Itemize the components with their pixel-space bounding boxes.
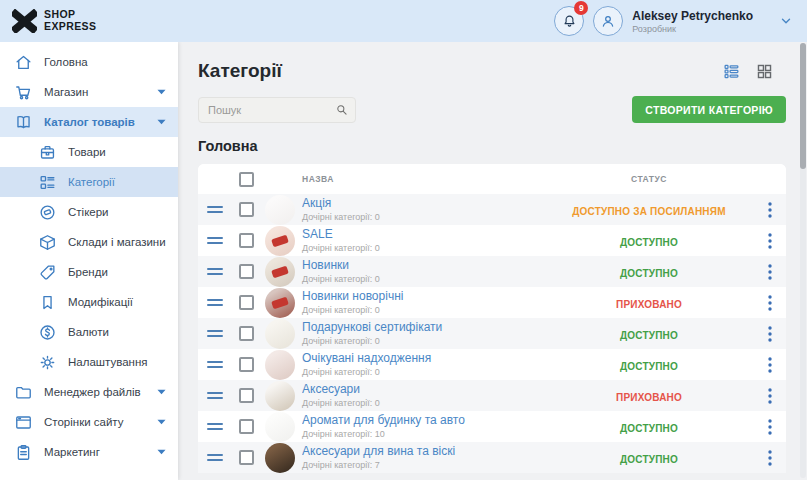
category-name-link[interactable]: Аромати для будинку та авто	[302, 414, 544, 428]
sidebar-item-site-pages[interactable]: Сторінки сайту	[0, 407, 178, 437]
category-name-link[interactable]: SALE	[302, 228, 544, 242]
row-checkbox[interactable]	[239, 357, 254, 372]
table-row: Подарункові сертифікатиДочірні категорії…	[198, 318, 786, 349]
row-checkbox[interactable]	[239, 202, 254, 217]
row-checkbox[interactable]	[239, 295, 254, 310]
sidebar-item-marketing[interactable]: Маркетинг	[0, 437, 178, 467]
category-name-link[interactable]: Очікувані надходження	[302, 352, 544, 366]
category-thumbnail	[265, 350, 295, 380]
status-badge: ПРИХОВАНО	[616, 392, 682, 403]
category-name-link[interactable]: Аксесуари	[302, 383, 544, 397]
section-title: Головна	[198, 138, 786, 154]
sidebar-item-label: Налаштування	[68, 356, 166, 368]
row-checkbox[interactable]	[239, 233, 254, 248]
table-row: АкціяДочірні категорії: 0ДОСТУПНО ЗА ПОС…	[198, 194, 786, 225]
table-row: НовинкиДочірні категорії: 0ДОСТУПНО	[198, 256, 786, 287]
chevron-down-icon	[157, 419, 166, 425]
create-category-button[interactable]: СТВОРИТИ КАТЕГОРІЮ	[632, 96, 786, 123]
grid-view-toggle[interactable]	[756, 63, 773, 80]
category-children-count: Дочірні категорії: 10	[302, 429, 544, 439]
row-checkbox[interactable]	[239, 388, 254, 403]
category-name-link[interactable]: Новинки	[302, 259, 544, 273]
chevron-down-icon	[157, 389, 166, 395]
drag-handle[interactable]	[207, 453, 223, 462]
page-scrollbar[interactable]	[800, 43, 806, 478]
row-menu-button[interactable]	[768, 264, 772, 280]
category-thumbnail	[265, 226, 295, 256]
drag-handle[interactable]	[207, 360, 223, 369]
sidebar-item-home[interactable]: Головна	[0, 47, 178, 77]
user-role: Розробник	[632, 24, 753, 34]
sidebar-item-label: Сторінки сайту	[44, 416, 151, 428]
sidebar-item-products[interactable]: Товари	[0, 137, 178, 167]
sidebar-item-currencies[interactable]: Валюти	[0, 317, 178, 347]
drag-handle[interactable]	[207, 267, 223, 276]
row-menu-button[interactable]	[768, 419, 772, 435]
categories-table: НАЗВА СТАТУС АкціяДочірні категорії: 0ДО…	[198, 164, 786, 473]
category-thumbnail	[265, 412, 295, 442]
category-name-link[interactable]: Аксесуари для вина та віскі	[302, 445, 544, 459]
gear-icon	[38, 353, 57, 372]
user-avatar[interactable]	[593, 6, 623, 36]
notification-count-badge: 9	[574, 1, 588, 15]
row-checkbox[interactable]	[239, 450, 254, 465]
table-row: Очікувані надходженняДочірні категорії: …	[198, 349, 786, 380]
user-icon	[599, 12, 617, 30]
category-name-link[interactable]: Акція	[302, 197, 544, 211]
red-label-tag	[271, 234, 289, 247]
category-name-link[interactable]: Подарункові сертифікати	[302, 321, 544, 335]
user-name: Aleksey Petrychenko	[632, 9, 753, 23]
sidebar-item-shop[interactable]: Магазин	[0, 77, 178, 107]
drag-handle[interactable]	[207, 329, 223, 338]
categories-icon	[38, 173, 57, 192]
search-input[interactable]	[198, 97, 356, 123]
row-menu-button[interactable]	[768, 233, 772, 249]
bookmark-icon	[38, 293, 57, 312]
drag-handle[interactable]	[207, 205, 223, 214]
row-menu-button[interactable]	[768, 295, 772, 311]
row-checkbox[interactable]	[239, 326, 254, 341]
drag-handle[interactable]	[207, 391, 223, 400]
category-children-count: Дочірні категорії: 0	[302, 243, 544, 253]
category-thumbnail	[265, 381, 295, 411]
sidebar-item-brands[interactable]: Бренди	[0, 257, 178, 287]
sidebar-item-label: Менеджер файлів	[44, 386, 151, 398]
category-children-count: Дочірні категорії: 0	[302, 274, 544, 284]
row-menu-button[interactable]	[768, 357, 772, 373]
drag-handle[interactable]	[207, 422, 223, 431]
select-all-checkbox[interactable]	[239, 172, 254, 187]
category-children-count: Дочірні категорії: 0	[302, 336, 544, 346]
sidebar-item-modifications[interactable]: Модифікації	[0, 287, 178, 317]
drag-handle[interactable]	[207, 298, 223, 307]
notifications-button[interactable]: 9	[554, 6, 584, 36]
status-badge: ДОСТУПНО	[620, 237, 678, 248]
row-menu-button[interactable]	[768, 388, 772, 404]
sidebar-item-categories[interactable]: Категорії	[0, 167, 178, 197]
table-row: SALEДочірні категорії: 0ДОСТУПНО	[198, 225, 786, 256]
shop-express-logo-icon	[12, 9, 37, 33]
status-badge: ДОСТУПНО ЗА ПОСИЛАННЯМ	[572, 206, 725, 217]
sidebar-item-stickers[interactable]: Стікери	[0, 197, 178, 227]
sidebar-item-catalog[interactable]: Каталог товарів	[0, 107, 178, 137]
currency-icon	[38, 323, 57, 342]
sidebar-item-label: Валюти	[68, 326, 166, 338]
sidebar-item-file-manager[interactable]: Менеджер файлів	[0, 377, 178, 407]
user-menu[interactable]: Aleksey Petrychenko Розробник	[623, 9, 793, 34]
category-children-count: Дочірні категорії: 0	[302, 305, 544, 315]
browser-icon	[14, 413, 33, 432]
sidebar-item-warehouses[interactable]: Склади і магазини	[0, 227, 178, 257]
row-checkbox[interactable]	[239, 264, 254, 279]
row-menu-button[interactable]	[768, 202, 772, 218]
row-checkbox[interactable]	[239, 419, 254, 434]
drag-handle[interactable]	[207, 236, 223, 245]
catalog-icon	[14, 113, 33, 132]
top-header: SHOP EXPRESS 9	[0, 0, 807, 42]
row-menu-button[interactable]	[768, 450, 772, 466]
scrollbar-thumb[interactable]	[800, 43, 806, 169]
sidebar-item-settings[interactable]: Налаштування	[0, 347, 178, 377]
row-menu-button[interactable]	[768, 326, 772, 342]
brand-tag-icon	[38, 263, 57, 282]
category-name-link[interactable]: Новинки новорічні	[302, 290, 544, 304]
list-view-toggle[interactable]	[723, 63, 740, 80]
red-label-tag	[271, 296, 289, 309]
